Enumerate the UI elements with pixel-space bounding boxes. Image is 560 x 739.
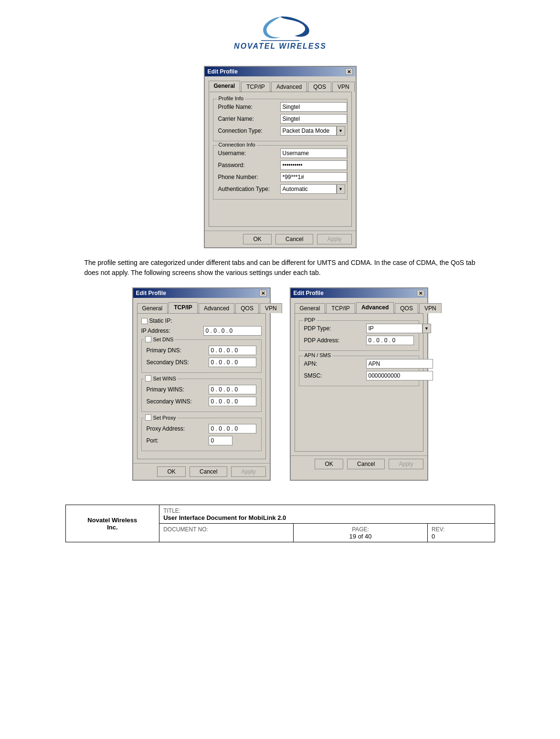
ip-address-input[interactable]: 0 . 0 . 0 . 0 [203,326,262,336]
tcpip-cancel-button[interactable]: Cancel [190,466,227,477]
static-ip-row: Static IP: [141,317,262,324]
set-proxy-checkbox[interactable] [145,414,151,421]
logo-area: NOVATEL WIRELESS [0,0,560,66]
main-dialog-title-bar: Edit Profile ✕ [205,67,356,76]
advanced-apply-button[interactable]: Apply [389,459,423,469]
smsc-label: SMSC: [304,372,366,379]
carrier-name-row: Carrier Name: [218,114,342,124]
advanced-dialog-close-button[interactable]: ✕ [417,290,424,296]
pdp-type-arrow[interactable]: ▼ [423,324,431,333]
profile-info-group: Profile Info Profile Name: Carrier Name:… [213,99,348,141]
connection-type-row: Connection Type: ▼ [218,126,342,136]
tab-tcpip[interactable]: TCP/IP [241,82,270,92]
tcpip-tab-tcpip[interactable]: TCP/IP [169,302,198,313]
tcpip-dialog-title-bar: Edit Profile ✕ [133,288,270,298]
primary-dns-input[interactable]: 0 . 0 . 0 . 0 [209,346,256,355]
apn-input[interactable] [366,359,433,369]
main-dialog-close-button[interactable]: ✕ [345,68,353,75]
tab-general[interactable]: General [209,81,241,92]
static-ip-checkbox[interactable] [141,318,148,324]
tcpip-ok-button[interactable]: OK [157,466,186,477]
tcpip-tab-advanced[interactable]: Advanced [199,303,234,313]
advanced-tab-qos[interactable]: QOS [395,303,418,313]
smsc-input[interactable] [366,371,433,380]
tab-vpn[interactable]: VPN [332,82,355,92]
main-ok-button[interactable]: OK [243,234,272,244]
tcpip-tab-vpn[interactable]: VPN [260,303,282,313]
password-label: Password: [218,162,280,169]
pdp-type-label: PDP Type: [304,325,366,332]
pdp-type-input[interactable] [366,324,423,333]
primary-wins-value: 0 . 0 . 0 . 0 [211,386,238,393]
tab-qos[interactable]: QOS [308,82,331,92]
secondary-dns-input[interactable]: 0 . 0 . 0 . 0 [209,358,256,367]
set-wins-checkbox[interactable] [145,375,151,381]
set-dns-checkbox[interactable] [145,336,151,342]
tcpip-tab-content: Static IP: IP Address: 0 . 0 . 0 . 0 Set… [137,314,266,459]
auth-type-row: Authentication Type: ▼ [218,184,342,194]
footer-page-value: 19 of 40 [349,533,372,540]
advanced-tab-general[interactable]: General [295,303,326,313]
connection-type-label: Connection Type: [218,127,280,134]
profile-name-row: Profile Name: [218,102,342,112]
advanced-tab-vpn[interactable]: VPN [419,303,442,313]
advanced-ok-button[interactable]: OK [315,459,343,469]
advanced-cancel-button[interactable]: Cancel [347,459,385,469]
main-dialog-content: General TCP/IP Advanced QOS VPN Profile … [205,76,356,231]
username-input[interactable] [280,148,347,158]
phone-number-input[interactable] [280,172,347,182]
primary-wins-input[interactable]: 0 . 0 . 0 . 0 [209,385,256,394]
main-dialog-tab-content: Profile Info Profile Name: Carrier Name:… [209,92,352,227]
primary-wins-row: Primary WINS: 0 . 0 . 0 . 0 [147,385,256,394]
advanced-dialog-buttons: OK Cancel Apply [291,455,427,472]
port-label: Port: [147,437,209,444]
footer-company-cell: Novatel Wireless Inc. [65,505,159,542]
connection-type-input[interactable] [280,126,337,136]
tab-advanced[interactable]: Advanced [271,82,307,92]
password-row: Password: [218,160,342,170]
footer-title-label: TITLE: [163,507,180,514]
connection-info-title: Connection Info [217,142,257,148]
tcpip-tab-qos[interactable]: QOS [235,303,259,313]
secondary-wins-input[interactable]: 0 . 0 . 0 . 0 [209,397,256,406]
auth-type-input[interactable] [280,184,337,194]
advanced-dialog-title-bar: Edit Profile ✕ [291,288,427,298]
advanced-dialog-title: Edit Profile [294,290,324,296]
proxy-address-value: 0 . 0 . 0 . 0 [211,425,238,432]
set-dns-group: Set DNS Primary DNS: 0 . 0 . 0 . 0 Secon… [141,339,262,373]
secondary-dns-label: Secondary DNS: [147,359,209,366]
connection-type-dropdown[interactable]: ▼ [280,126,345,136]
password-input[interactable] [280,160,347,170]
profile-name-input[interactable] [280,102,347,112]
phone-number-row: Phone Number: [218,172,342,182]
tcpip-dialog-close-button[interactable]: ✕ [259,290,267,296]
apn-sms-title: APN / SMS [303,352,333,358]
phone-number-label: Phone Number: [218,174,280,180]
smsc-row: SMSC: [304,371,414,380]
advanced-tab-advanced[interactable]: Advanced [356,302,394,313]
carrier-name-input[interactable] [280,114,347,124]
proxy-address-input[interactable]: 0 . 0 . 0 . 0 [209,424,256,433]
auth-type-arrow[interactable]: ▼ [337,184,345,194]
footer-doc-no-cell: DOCUMENT NO: [159,524,294,542]
company-logo: NOVATEL WIRELESS [232,14,328,53]
profile-name-label: Profile Name: [218,104,280,110]
pdp-address-input[interactable]: 0 . 0 . 0 . 0 [366,336,414,345]
advanced-dialog-content: General TCP/IP Advanced QOS VPN PDP PDP … [291,298,427,455]
connection-type-arrow[interactable]: ▼ [337,126,345,136]
main-apply-button[interactable]: Apply [317,234,351,244]
tcpip-apply-button[interactable]: Apply [231,466,265,477]
port-input[interactable]: 0 [209,436,232,445]
main-cancel-button[interactable]: Cancel [275,234,313,244]
apn-label: APN: [304,360,366,367]
footer-rev-cell: REV: 0 [428,524,495,542]
footer-title-value: User Interface Document for MobiLink 2.0 [163,514,286,521]
tcpip-tab-general[interactable]: General [137,303,168,313]
auth-type-dropdown[interactable]: ▼ [280,184,345,194]
advanced-tab-tcpip[interactable]: TCP/IP [326,303,355,313]
pdp-type-dropdown[interactable]: ▼ [366,324,431,333]
secondary-dns-row: Secondary DNS: 0 . 0 . 0 . 0 [147,358,256,367]
profile-info-title: Profile Info [217,95,245,101]
pdp-group-title: PDP [303,317,317,323]
body-text-paragraph: The profile setting are categorized unde… [65,258,495,278]
